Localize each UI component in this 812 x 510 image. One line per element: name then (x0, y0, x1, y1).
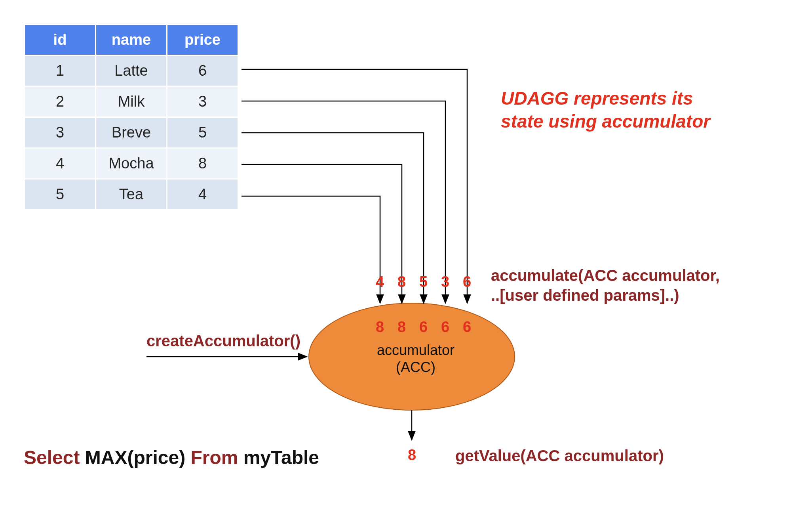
row-arrow-5 (242, 196, 380, 303)
sql-fn: MAX(price) (85, 447, 185, 468)
diagram-canvas: id name price 1 Latte 6 2 Milk 3 3 Breve… (0, 0, 812, 510)
accumulator-line1: accumulator (372, 342, 459, 359)
sql-table: myTable (243, 447, 319, 468)
cell-name: Breve (96, 117, 167, 148)
cell-id: 3 (25, 117, 96, 148)
sql-from-kw: From (190, 447, 238, 468)
input-number: 8 (397, 273, 406, 292)
input-number: 5 (419, 273, 428, 292)
accumulate-label-line2: ..[user defined params]..) (491, 285, 720, 305)
row-arrow-3 (242, 133, 424, 303)
input-number: 4 (376, 273, 384, 292)
udagg-note-line2: state using accumulator (501, 110, 710, 133)
cell-price: 3 (167, 86, 238, 117)
table-row: 4 Mocha 8 (25, 148, 238, 179)
accumulate-label-line1: accumulate(ACC accumulator, (491, 266, 720, 285)
col-header-price: price (167, 25, 238, 55)
table-row: 3 Breve 5 (25, 117, 238, 148)
state-number: 6 (463, 318, 471, 337)
table-row: 5 Tea 4 (25, 179, 238, 210)
cell-name: Mocha (96, 148, 167, 179)
row-arrow-2 (242, 101, 445, 303)
table-row: 1 Latte 6 (25, 55, 238, 86)
col-header-id: id (25, 25, 96, 55)
state-number: 6 (419, 318, 428, 337)
sql-statement: Select MAX(price) From myTable (24, 446, 319, 470)
cell-price: 5 (167, 117, 238, 148)
accumulate-label: accumulate(ACC accumulator, ..[user defi… (491, 266, 720, 305)
cell-name: Tea (96, 179, 167, 210)
cell-price: 8 (167, 148, 238, 179)
udagg-note-line1: UDAGG represents its (501, 87, 710, 110)
cell-id: 1 (25, 55, 96, 86)
col-header-name: name (96, 25, 167, 55)
cell-id: 2 (25, 86, 96, 117)
accumulator-text: accumulator (ACC) (372, 342, 459, 376)
result-number: 8 (408, 446, 416, 465)
cell-price: 6 (167, 55, 238, 86)
get-value-label: getValue(ACC accumulator) (455, 446, 664, 466)
input-number: 6 (463, 273, 471, 292)
state-number: 8 (376, 318, 384, 337)
table-row: 2 Milk 3 (25, 86, 238, 117)
row-arrow-1 (242, 69, 467, 303)
sql-select-kw: Select (24, 447, 80, 468)
data-table: id name price 1 Latte 6 2 Milk 3 3 Breve… (24, 24, 239, 210)
accumulator-line2: (ACC) (372, 359, 459, 376)
cell-name: Latte (96, 55, 167, 86)
cell-price: 4 (167, 179, 238, 210)
state-number: 6 (441, 318, 449, 337)
create-accumulator-label: createAccumulator() (146, 331, 300, 351)
cell-id: 4 (25, 148, 96, 179)
cell-id: 5 (25, 179, 96, 210)
input-number: 3 (441, 273, 449, 292)
cell-name: Milk (96, 86, 167, 117)
state-number: 8 (397, 318, 406, 337)
udagg-note: UDAGG represents its state using accumul… (501, 87, 710, 133)
